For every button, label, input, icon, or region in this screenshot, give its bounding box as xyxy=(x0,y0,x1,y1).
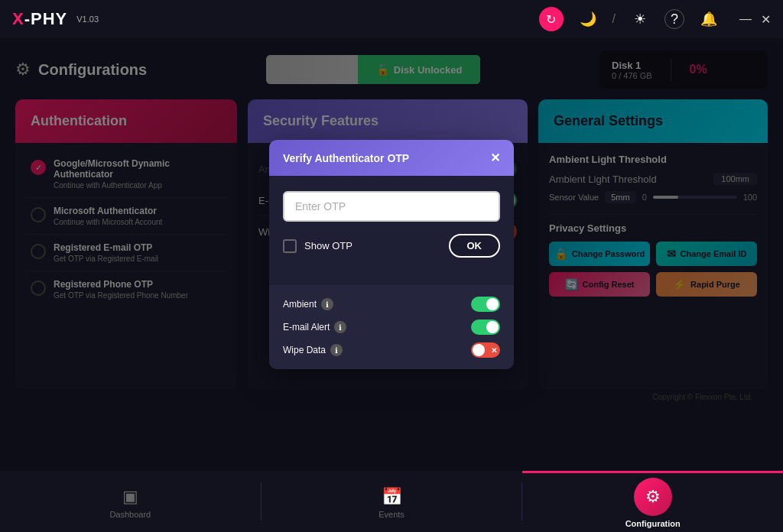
modal-ambient-label: Ambient ℹ xyxy=(283,298,333,310)
configuration-active-icon: ⚙ xyxy=(634,478,672,516)
events-icon: 📅 xyxy=(382,487,402,507)
title-bar-right: ↻ 🌙 / ☀ ? 🔔 — ✕ xyxy=(539,7,771,31)
otp-modal-footer: Ambient ℹ E-mail Alert ℹ Wipe Data ℹ ✕ xyxy=(269,285,514,369)
close-button[interactable]: ✕ xyxy=(761,12,771,27)
ok-button[interactable]: OK xyxy=(449,234,501,258)
refresh-icon[interactable]: ↻ xyxy=(539,7,564,31)
modal-wipe-label: Wipe Data ℹ xyxy=(283,344,343,356)
otp-input-wrap xyxy=(283,191,500,222)
modal-overlay: Verify Authenticator OTP ✕ Show OTP OK A… xyxy=(0,38,783,471)
otp-input[interactable] xyxy=(283,191,500,222)
modal-email-toggle[interactable] xyxy=(471,320,500,335)
modal-wipe-toggle[interactable]: ✕ xyxy=(471,342,500,358)
modal-footer-row-wipe: Wipe Data ℹ ✕ xyxy=(283,339,500,362)
configuration-icon: ⚙ xyxy=(645,487,661,507)
minimize-button[interactable]: — xyxy=(739,12,752,26)
app-logo: X-PHY xyxy=(12,9,67,29)
modal-email-info-icon[interactable]: ℹ xyxy=(334,321,346,333)
help-icon[interactable]: ? xyxy=(664,9,684,29)
otp-modal-header: Verify Authenticator OTP ✕ xyxy=(269,140,514,176)
moon-icon[interactable]: 🌙 xyxy=(577,8,599,30)
show-otp-label: Show OTP xyxy=(304,240,353,251)
events-label: Events xyxy=(379,510,404,519)
otp-modal: Verify Authenticator OTP ✕ Show OTP OK A… xyxy=(269,140,514,369)
modal-wipe-info-icon[interactable]: ℹ xyxy=(330,344,343,356)
nav-item-dashboard[interactable]: ▣ Dashboard xyxy=(0,471,261,532)
otp-modal-close-button[interactable]: ✕ xyxy=(490,151,500,165)
show-otp-row: Show OTP OK xyxy=(283,234,500,258)
nav-item-events[interactable]: 📅 Events xyxy=(262,471,522,532)
modal-email-label: E-mail Alert ℹ xyxy=(283,321,346,333)
modal-footer-row-email: E-mail Alert ℹ xyxy=(283,316,500,339)
sun-icon[interactable]: ☀ xyxy=(629,8,651,30)
otp-modal-body: Show OTP OK xyxy=(269,176,514,285)
app-version: V1.03 xyxy=(76,15,99,24)
dashboard-label: Dashboard xyxy=(109,510,151,519)
title-bar-left: X-PHY V1.03 xyxy=(12,9,99,29)
modal-ambient-info-icon[interactable]: ℹ xyxy=(321,298,333,310)
show-otp-checkbox[interactable] xyxy=(283,239,297,253)
modal-footer-row-ambient: Ambient ℹ xyxy=(283,293,500,316)
dashboard-icon: ▣ xyxy=(122,487,138,507)
bottom-nav: ▣ Dashboard 📅 Events ⚙ Configuration xyxy=(0,471,783,532)
title-bar: X-PHY V1.03 ↻ 🌙 / ☀ ? 🔔 — ✕ xyxy=(0,0,783,38)
modal-ambient-toggle[interactable] xyxy=(471,297,500,312)
otp-modal-title: Verify Authenticator OTP xyxy=(283,152,409,164)
window-controls: — ✕ xyxy=(739,12,771,27)
bell-icon[interactable]: 🔔 xyxy=(698,8,720,30)
configuration-label: Configuration xyxy=(625,519,681,528)
nav-item-configuration[interactable]: ⚙ Configuration xyxy=(522,471,783,532)
theme-separator: / xyxy=(612,12,616,26)
